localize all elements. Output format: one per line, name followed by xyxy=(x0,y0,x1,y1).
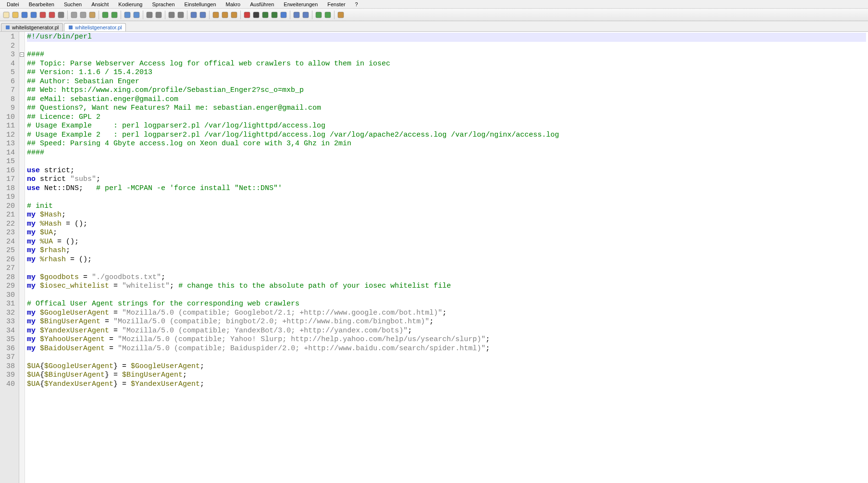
stop-macro-icon[interactable] xyxy=(252,11,260,19)
play-multi-icon[interactable] xyxy=(270,11,279,19)
plugin-icon[interactable] xyxy=(336,11,345,19)
code-line[interactable]: ## Licence: GPL 2 xyxy=(27,113,866,122)
code-line[interactable]: my %UA = (); xyxy=(27,238,866,247)
code-token: ; xyxy=(161,273,165,281)
code-line[interactable]: use Net::DNS; # perl -MCPAN -e 'force in… xyxy=(27,184,866,193)
menu-kodierung[interactable]: Kodierung xyxy=(113,1,147,8)
undo-icon[interactable] xyxy=(101,11,110,19)
code-line[interactable]: $UA{$GoogleUserAgent} = $GoogleUserAgent… xyxy=(27,362,866,371)
menu-suchen[interactable]: Suchen xyxy=(59,1,87,8)
fold-toggle-icon[interactable]: − xyxy=(20,52,24,57)
code-line[interactable]: ## Speed: Parsing 4 Gbyte access.log on … xyxy=(27,140,866,149)
code-line[interactable]: my $BaidoUserAgent = "Mozilla/5.0 (compa… xyxy=(27,344,866,354)
code-line[interactable] xyxy=(27,193,866,202)
cut-icon[interactable] xyxy=(70,11,78,19)
code-line[interactable]: ## Questions?, Want new Features? Mail m… xyxy=(27,104,866,113)
code-line[interactable] xyxy=(27,353,866,362)
zoom-in-icon[interactable] xyxy=(145,11,154,19)
code-token xyxy=(36,246,40,254)
code-line[interactable]: my $rhash; xyxy=(27,246,866,255)
code-line[interactable] xyxy=(27,291,866,300)
menu-sprachen[interactable]: Sprachen xyxy=(147,1,179,8)
line-number: 4 xyxy=(2,60,15,69)
code-line[interactable]: # Usage Example 2 : perl logparser2.pl /… xyxy=(27,131,866,140)
code-line[interactable]: ## Web: https://www.xing.com/profile/Seb… xyxy=(27,86,866,95)
code-token: = xyxy=(100,318,113,326)
record-macro-icon[interactable] xyxy=(243,11,251,19)
code-line[interactable]: my $Hash; xyxy=(27,211,866,220)
indent-more-icon[interactable] xyxy=(301,11,310,19)
code-line[interactable]: my $YandexUserAgent = "Mozilla/5.0 (comp… xyxy=(27,327,866,336)
code-line[interactable]: use strict; xyxy=(27,166,866,176)
fold-column[interactable]: − xyxy=(19,32,25,483)
folder-tree-icon[interactable] xyxy=(211,11,220,19)
new-file-icon[interactable] xyxy=(2,11,11,19)
code-line[interactable]: no strict "subs"; xyxy=(27,175,866,184)
code-line[interactable]: my $goodbots = "./goodbots.txt"; xyxy=(27,273,866,282)
menu-ausführen[interactable]: Ausführen xyxy=(245,1,279,8)
code-line[interactable]: ## eMail: sebastian.enger@gmail.com xyxy=(27,95,866,104)
close-icon[interactable] xyxy=(38,11,47,19)
code-line[interactable]: $UA{$BingUserAgent} = $BingUserAgent; xyxy=(27,371,866,380)
show-all-chars-icon[interactable] xyxy=(189,11,198,19)
menu-makro[interactable]: Makro xyxy=(221,1,246,8)
code-line[interactable] xyxy=(27,157,866,166)
save-macro-icon[interactable] xyxy=(279,11,288,19)
code-token: ; xyxy=(408,327,412,335)
close-all-icon[interactable] xyxy=(48,11,56,19)
code-line[interactable]: # init xyxy=(27,202,866,211)
svg-rect-22 xyxy=(231,12,237,18)
code-token: ; xyxy=(485,335,490,343)
menu-fenster[interactable]: Fenster xyxy=(322,1,350,8)
code-line[interactable]: my $GoogleUserAgent = "Mozilla/5.0 (comp… xyxy=(27,309,866,318)
file-tab[interactable]: whitelistgenerator.pl xyxy=(64,23,126,31)
code-line[interactable]: my $YahooUserAgent = "Mozilla/5.0 (compa… xyxy=(27,335,866,344)
redo-icon[interactable] xyxy=(110,11,119,19)
paste-icon[interactable] xyxy=(88,11,97,19)
code-line[interactable]: # Usage Example : perl logparser2.pl /va… xyxy=(27,122,866,131)
code-line[interactable]: ## Topic: Parse Webserver Access log for… xyxy=(27,60,866,69)
save-all-icon[interactable] xyxy=(29,11,38,19)
code-line[interactable]: #### xyxy=(27,51,866,60)
function-list-icon[interactable] xyxy=(221,11,229,19)
menu-ansicht[interactable]: Ansicht xyxy=(87,1,113,8)
find-icon[interactable] xyxy=(123,11,132,19)
code-line[interactable]: ## Version: 1.1.6 / 15.4.2013 xyxy=(27,68,866,77)
code-line[interactable]: $UA{$YandexUserAgent} = $YandexUserAgent… xyxy=(27,380,866,389)
code-line[interactable]: my %rhash = (); xyxy=(27,255,866,265)
copy-icon[interactable] xyxy=(79,11,87,19)
wrap-icon[interactable] xyxy=(176,11,185,19)
code-line[interactable]: #!/usr/bin/perl xyxy=(27,33,866,42)
open-file-icon[interactable] xyxy=(11,11,20,19)
menu-bearbeiten[interactable]: Bearbeiten xyxy=(24,1,59,8)
code-token: Net::DNS xyxy=(40,184,79,192)
code-area[interactable]: #!/usr/bin/perl###### Topic: Parse Webse… xyxy=(25,32,868,483)
code-token: } = xyxy=(113,362,131,370)
sync-scroll-icon[interactable] xyxy=(167,11,176,19)
code-token: # Usage Example : perl logparser2.pl /va… xyxy=(27,122,325,130)
code-line[interactable]: my %Hash = (); xyxy=(27,220,866,229)
menu-erweiterungen[interactable]: Erweiterungen xyxy=(279,1,322,8)
code-line[interactable]: my $iosec_whitelist = "whitelist"; # cha… xyxy=(27,282,866,291)
code-line[interactable]: my $BingUserAgent = "Mozilla/5.0 (compat… xyxy=(27,318,866,327)
toggle-comment-icon[interactable] xyxy=(314,11,323,19)
block-comment-icon[interactable] xyxy=(323,11,332,19)
menu-einstellungen[interactable]: Einstellungen xyxy=(180,1,221,8)
code-line[interactable] xyxy=(27,264,866,273)
menu-datei[interactable]: Datei xyxy=(2,1,24,8)
code-line[interactable] xyxy=(27,42,866,51)
code-line[interactable]: # Offical User Agent strings for the cor… xyxy=(27,300,866,309)
print-icon[interactable] xyxy=(57,11,65,19)
doc-map-icon[interactable] xyxy=(230,11,238,19)
save-icon[interactable] xyxy=(20,11,29,19)
replace-icon[interactable] xyxy=(132,11,141,19)
indent-guide-icon[interactable] xyxy=(198,11,207,19)
code-line[interactable]: ## Author: Sebastian Enger xyxy=(27,77,866,87)
zoom-out-icon[interactable] xyxy=(154,11,163,19)
indent-less-icon[interactable] xyxy=(292,11,301,19)
code-line[interactable]: #### xyxy=(27,149,866,158)
code-line[interactable]: my $UA; xyxy=(27,229,866,238)
menu-?[interactable]: ? xyxy=(350,1,363,8)
play-macro-icon[interactable] xyxy=(261,11,270,19)
file-tab[interactable]: whitelistgenerator.pl xyxy=(1,23,63,31)
